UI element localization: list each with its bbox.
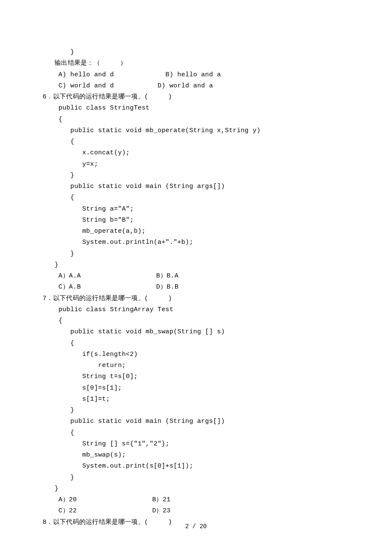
code-line: } <box>43 249 349 260</box>
code-line: { <box>43 114 349 125</box>
question-7: 7．以下代码的运行结果是哪一项。( ) <box>43 293 349 304</box>
code-line: public static void main (String args[]) <box>43 416 349 427</box>
code-line: public static void mb_swap(String [] s) <box>43 327 349 338</box>
code-line: if(s.length<2) <box>43 349 349 360</box>
code-line: String a="A"; <box>43 204 349 215</box>
code-line: } <box>43 47 349 58</box>
code-line: } <box>43 405 349 416</box>
code-line: { <box>43 428 349 439</box>
option-line: C）A.B D）B.B <box>43 282 349 293</box>
code-line: } <box>43 483 349 494</box>
code-line: s[0]=s[1]; <box>43 383 349 394</box>
question-prompt: 输出结果是：（ ） <box>43 58 349 69</box>
question-6: 6．以下代码的运行结果是哪一项。( ) <box>43 92 349 103</box>
code-line: String t=s[0]; <box>43 371 349 382</box>
code-line: } <box>43 472 349 483</box>
code-line: } <box>43 260 349 271</box>
option-line: A）A.A B）B.A <box>43 271 349 282</box>
option-line: C）22 D）23 <box>43 506 349 517</box>
code-line: System.out.print(s[0]+s[1]); <box>43 461 349 472</box>
code-line: { <box>43 315 349 327</box>
code-line: return; <box>43 360 349 371</box>
code-line: String b="B"; <box>43 215 349 226</box>
code-line: mb_swap(s); <box>43 450 349 461</box>
option-line: A）20 B）21 <box>43 494 349 506</box>
code-line: public class StringArray Test <box>43 304 349 315</box>
code-line: public static void mb_operate(String x,S… <box>43 125 349 136</box>
code-line: s[1]=t; <box>43 394 349 405</box>
code-line: public class StringTest <box>43 103 349 114</box>
code-line: mb_operate(a,b); <box>43 226 349 237</box>
page: } 输出结果是：（ ） A) hello and d B) hello and … <box>0 0 392 555</box>
code-line: String [] s={"1","2"}; <box>43 439 349 450</box>
page-number: 2 / 20 <box>0 521 392 532</box>
code-line: } <box>43 170 349 181</box>
option-line: C) world and d D) world and a <box>43 81 349 92</box>
code-line: public static void main (String args[]) <box>43 181 349 192</box>
option-line: A) hello and d B) hello and a <box>43 69 349 81</box>
code-line: x.concat(y); <box>43 147 349 159</box>
code-line: y=x; <box>43 159 349 170</box>
code-line: { <box>43 136 349 147</box>
code-line: { <box>43 338 349 349</box>
code-line: { <box>43 192 349 203</box>
code-line: System.out.println(a+"."+b); <box>43 237 349 248</box>
